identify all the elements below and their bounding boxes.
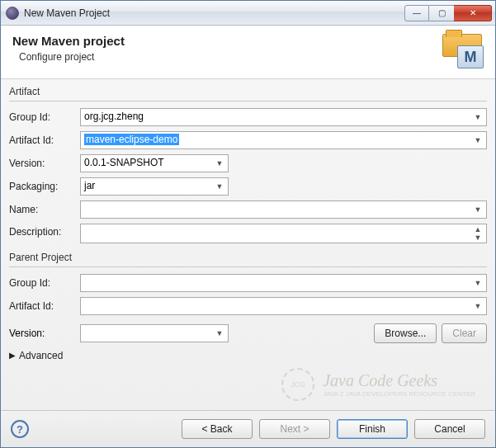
minimize-button[interactable]: — [404,5,429,21]
artifact-section-label: Artifact [9,86,487,97]
chevron-down-icon: ▼ [471,134,484,147]
name-label: Name: [9,204,75,215]
chevron-down-icon: ▼ [471,203,484,216]
group-id-input[interactable]: org.jcg.zheng ▼ [80,108,487,126]
watermark-title: Java Code Geeks [323,371,475,390]
parent-version-row: Version: ▼ Browse... Clear [9,323,487,343]
watermark-subtitle: JAVA 2 JAVA DEVELOPERS RESOURCE CENTER [323,390,475,398]
watermark: JCG Java Code Geeks JAVA 2 JAVA DEVELOPE… [9,365,487,405]
wizard-header: New Maven project Configure project M [1,26,495,79]
chevron-up-down-icon: ▲▼ [471,227,484,240]
triangle-right-icon: ▶ [9,351,16,360]
artifact-form: Group Id: org.jcg.zheng ▼ Artifact Id: m… [9,108,487,243]
parent-section-label: Parent Project [9,252,487,263]
advanced-label: Advanced [19,350,63,361]
chevron-down-icon: ▼ [213,180,226,193]
chevron-down-icon: ▼ [471,276,484,290]
packaging-value: jar [84,180,95,191]
parent-group-id-input[interactable]: ▼ [80,274,487,292]
advanced-toggle[interactable]: ▶ Advanced [9,350,487,361]
name-input[interactable]: ▼ [80,200,487,219]
chevron-down-icon: ▼ [471,111,484,124]
maven-wizard-icon: M [442,34,484,68]
version-label: Version: [9,158,75,169]
watermark-logo-icon: JCG [281,368,314,401]
artifact-id-label: Artifact Id: [9,134,75,146]
chevron-down-icon: ▼ [213,327,226,340]
window-controls: — ▢ ✕ [404,5,492,21]
artifact-id-value: maven-eclipse-demo [84,134,179,145]
parent-artifact-id-input[interactable]: ▼ [80,297,487,315]
group-id-label: Group Id: [9,111,75,123]
clear-button[interactable]: Clear [442,323,487,343]
separator [9,266,487,267]
version-value: 0.0.1-SNAPSHOT [84,157,164,168]
separator [9,101,487,101]
chevron-down-icon: ▼ [471,299,484,313]
parent-form: Group Id: ▼ Artifact Id: ▼ [9,274,487,315]
help-button[interactable]: ? [11,420,29,438]
version-input[interactable]: 0.0.1-SNAPSHOT ▼ [80,154,229,172]
description-label: Description: [9,224,75,238]
chevron-down-icon: ▼ [213,157,226,170]
wizard-footer: ? < Back Next > Finish Cancel [1,410,495,447]
parent-artifact-id-label: Artifact Id: [9,300,75,312]
artifact-id-input[interactable]: maven-eclipse-demo ▼ [80,131,487,149]
eclipse-icon [6,7,19,20]
page-subtitle: Configure project [12,51,125,63]
content-area: Artifact Group Id: org.jcg.zheng ▼ Artif… [1,79,495,410]
parent-group-id-label: Group Id: [9,277,75,289]
group-id-value: org.jcg.zheng [84,111,144,122]
parent-version-input[interactable]: ▼ [80,324,229,342]
dialog-window: New Maven Project — ▢ ✕ New Maven projec… [0,0,496,448]
titlebar[interactable]: New Maven Project — ▢ ✕ [1,1,495,26]
cancel-button[interactable]: Cancel [414,419,485,439]
page-title: New Maven project [12,34,125,48]
packaging-label: Packaging: [9,181,75,192]
packaging-input[interactable]: jar ▼ [80,177,229,196]
back-button[interactable]: < Back [182,419,253,439]
parent-version-label: Version: [9,328,75,339]
maximize-button[interactable]: ▢ [429,5,454,21]
window-title: New Maven Project [24,7,404,19]
finish-button[interactable]: Finish [337,419,408,439]
browse-button[interactable]: Browse... [374,323,437,343]
next-button[interactable]: Next > [259,419,330,439]
close-button[interactable]: ✕ [454,5,492,21]
description-input[interactable]: ▲▼ [80,224,487,243]
